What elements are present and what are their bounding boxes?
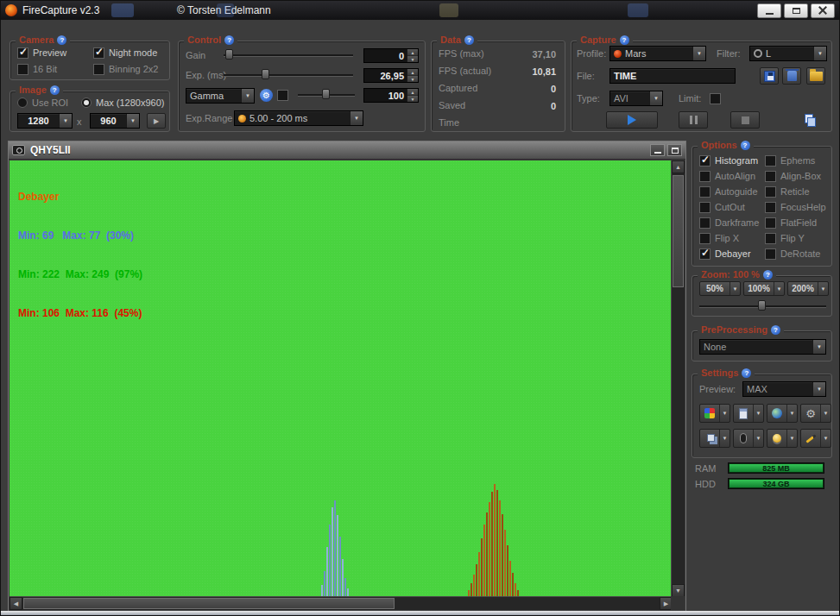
max-resolution-radio[interactable] xyxy=(81,97,92,108)
chevron-down-icon[interactable]: ▼ xyxy=(719,430,729,447)
save-settings-button[interactable] xyxy=(760,67,779,85)
zoom-100-button[interactable]: 100% ▼ xyxy=(743,281,785,296)
darkframe-checkbox[interactable] xyxy=(699,217,711,229)
vertical-scrollbar[interactable]: ▲ ▼ xyxy=(671,160,685,597)
pause-capture-button[interactable] xyxy=(679,111,708,129)
help-icon[interactable]: ? xyxy=(742,368,751,378)
spin-up-icon[interactable]: ▲ xyxy=(407,69,418,75)
chevron-down-icon[interactable]: ▼ xyxy=(350,111,363,125)
mouse-settings-button[interactable]: ▼ xyxy=(733,429,764,448)
spin-up-icon[interactable]: ▲ xyxy=(407,49,418,55)
flatfield-checkbox[interactable] xyxy=(765,217,776,229)
capture-type-select[interactable]: AVI ▼ xyxy=(609,91,663,106)
gamma-select[interactable]: Gamma ▼ xyxy=(186,88,255,104)
preview-maximize-button[interactable] xyxy=(667,144,682,156)
help-icon[interactable]: ? xyxy=(464,35,474,45)
chevron-down-icon[interactable]: ▼ xyxy=(774,282,784,295)
zoom-50-button[interactable]: 50% ▼ xyxy=(699,281,741,296)
preview-mode-select[interactable]: MAX ▼ xyxy=(742,381,826,397)
file-name-input[interactable]: TIME xyxy=(609,68,736,84)
web-settings-button[interactable]: ▼ xyxy=(767,404,798,423)
close-button[interactable] xyxy=(811,3,835,18)
color-settings-button[interactable]: ▼ xyxy=(699,404,730,423)
copy-icon[interactable] xyxy=(805,114,814,125)
image-height-select[interactable]: 960 ▼ xyxy=(90,113,140,129)
chevron-down-icon[interactable]: ▼ xyxy=(729,282,740,295)
chevron-down-icon[interactable]: ▼ xyxy=(692,47,705,60)
horizontal-scrollbar[interactable]: ◀ ▶ xyxy=(9,596,673,610)
help-icon[interactable]: ? xyxy=(741,141,750,150)
preview-window-titlebar[interactable]: QHY5LII xyxy=(9,141,685,160)
help-icon[interactable]: ? xyxy=(763,270,773,280)
flipx-checkbox[interactable] xyxy=(699,233,711,244)
gain-spinner[interactable]: 0 ▲▼ xyxy=(363,48,419,63)
chevron-down-icon[interactable]: ▼ xyxy=(786,430,797,447)
maximize-button[interactable] xyxy=(784,3,808,18)
chevron-down-icon[interactable]: ▼ xyxy=(820,405,831,422)
stop-capture-button[interactable] xyxy=(730,111,760,129)
preview-checkbox[interactable] xyxy=(17,47,28,59)
profile-select[interactable]: Mars ▼ xyxy=(609,46,706,61)
scroll-down-icon[interactable]: ▼ xyxy=(672,584,685,597)
reticle-checkbox[interactable] xyxy=(765,186,776,198)
focushelp-checkbox[interactable] xyxy=(765,202,776,213)
ephems-checkbox[interactable] xyxy=(765,155,776,167)
light-settings-button[interactable]: ▼ xyxy=(767,429,798,448)
edit-settings-button[interactable]: ▼ xyxy=(800,429,831,448)
preview-minimize-button[interactable] xyxy=(650,144,665,156)
delete-file-button[interactable] xyxy=(782,67,801,85)
exp-range-select[interactable]: 5.00 - 200 ms ▼ xyxy=(234,110,363,126)
night-mode-checkbox[interactable] xyxy=(93,47,104,59)
gamma-checkbox[interactable] xyxy=(277,90,288,101)
help-icon[interactable]: ? xyxy=(620,35,629,45)
spin-down-icon[interactable]: ▼ xyxy=(407,75,418,82)
chevron-down-icon[interactable]: ▼ xyxy=(719,405,729,422)
chevron-down-icon[interactable]: ▼ xyxy=(59,114,72,128)
zoom-200-button[interactable]: 200% ▼ xyxy=(787,281,829,296)
autoalign-checkbox[interactable] xyxy=(699,171,711,182)
exposure-spinner[interactable]: 26,95 ▲▼ xyxy=(363,68,419,83)
help-icon[interactable]: ? xyxy=(50,85,60,95)
flipy-checkbox[interactable] xyxy=(765,233,776,244)
filter-select[interactable]: L ▼ xyxy=(749,46,827,61)
chevron-down-icon[interactable]: ▼ xyxy=(820,430,831,447)
chevron-down-icon[interactable]: ▼ xyxy=(126,114,139,128)
spin-up-icon[interactable]: ▲ xyxy=(407,89,418,95)
vertical-scroll-thumb[interactable] xyxy=(673,175,684,287)
scroll-up-icon[interactable]: ▲ xyxy=(672,160,685,173)
log-settings-button[interactable]: ▼ xyxy=(733,404,764,423)
help-icon[interactable]: ? xyxy=(771,325,780,335)
horizontal-scroll-thumb[interactable] xyxy=(23,598,395,609)
debayer-checkbox[interactable] xyxy=(699,248,711,260)
gamma-slider-thumb[interactable] xyxy=(322,89,330,99)
gear-settings-button[interactable]: ⚙▼ xyxy=(800,404,831,423)
help-icon[interactable]: ? xyxy=(57,35,66,45)
gamma-settings-button[interactable]: ⚙ xyxy=(260,89,273,102)
minimize-button[interactable] xyxy=(757,3,781,18)
chevron-down-icon[interactable]: ▼ xyxy=(649,91,662,105)
browse-folder-button[interactable] xyxy=(806,67,825,85)
16bit-checkbox[interactable] xyxy=(17,64,28,75)
chevron-down-icon[interactable]: ▼ xyxy=(753,430,763,447)
derotate-checkbox[interactable] xyxy=(765,248,776,260)
chevron-down-icon[interactable]: ▼ xyxy=(812,382,825,396)
zoom-slider[interactable] xyxy=(699,299,826,312)
start-capture-button[interactable] xyxy=(606,111,658,129)
chevron-down-icon[interactable]: ▼ xyxy=(786,405,797,422)
spin-down-icon[interactable]: ▼ xyxy=(407,95,418,102)
gain-slider[interactable] xyxy=(224,48,353,61)
window-titlebar[interactable]: FireCapture v2.3 © Torsten Edelmann xyxy=(1,1,839,20)
chevron-down-icon[interactable]: ▼ xyxy=(753,405,763,422)
exposure-slider-thumb[interactable] xyxy=(262,69,269,79)
chevron-down-icon[interactable]: ▼ xyxy=(813,47,826,60)
chevron-down-icon[interactable]: ▼ xyxy=(241,89,254,103)
exposure-slider[interactable] xyxy=(224,68,353,81)
image-width-select[interactable]: 1280 ▼ xyxy=(17,113,73,129)
histogram-checkbox[interactable] xyxy=(699,155,711,167)
chevron-down-icon[interactable]: ▼ xyxy=(812,340,825,354)
autoguide-checkbox[interactable] xyxy=(699,186,711,198)
preview-image[interactable]: Debayer Min: 69 Max: 77 (30%) Min: 222 M… xyxy=(9,160,673,597)
limit-checkbox[interactable] xyxy=(710,93,721,104)
alignbox-checkbox[interactable] xyxy=(765,171,776,182)
binning-checkbox[interactable] xyxy=(93,64,104,75)
